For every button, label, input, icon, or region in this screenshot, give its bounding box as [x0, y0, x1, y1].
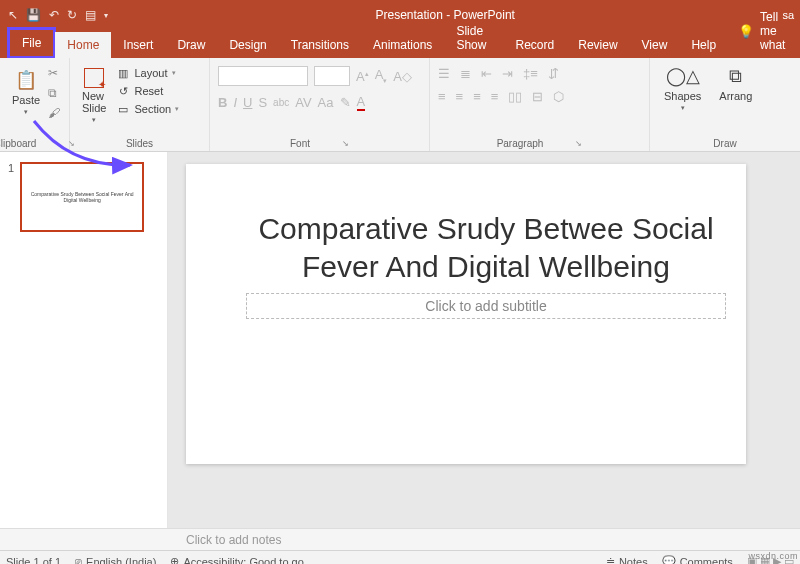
- undo-icon[interactable]: ↶: [49, 8, 59, 22]
- redo-icon[interactable]: ↻: [67, 8, 77, 22]
- slide-subtitle-placeholder[interactable]: Click to add subtitle: [246, 293, 726, 319]
- shapes-button[interactable]: ◯△ Shapes ▾: [660, 62, 705, 114]
- arrange-label: Arrang: [719, 90, 752, 102]
- layout-icon: ▥: [116, 66, 130, 80]
- slides-group-label: Slides: [126, 138, 153, 149]
- ribbon-toolbar: 📋 Paste ▾ ✂ ⧉ 🖌 Clipboard↘ ✦ New Slide ▾…: [0, 58, 800, 152]
- thumb-number: 1: [8, 162, 14, 232]
- arrange-button[interactable]: ⧉ Arrang: [715, 62, 756, 114]
- slide[interactable]: Comparative Srudy Betwee Social Fever An…: [186, 164, 746, 464]
- cut-icon[interactable]: ✂: [48, 66, 60, 80]
- tab-file[interactable]: File: [8, 28, 55, 58]
- cursor-icon: ↖: [8, 8, 18, 22]
- italic-button[interactable]: I: [233, 95, 237, 110]
- group-clipboard: 📋 Paste ▾ ✂ ⧉ 🖌 Clipboard↘: [0, 58, 70, 151]
- paste-label: Paste: [12, 94, 40, 106]
- shadow-button[interactable]: abc: [273, 97, 289, 108]
- notes-icon: ≐: [606, 555, 615, 564]
- bold-button[interactable]: B: [218, 95, 227, 110]
- slide-title-placeholder[interactable]: Comparative Srudy Betwee Social Fever An…: [246, 210, 726, 285]
- drawing-group-label: Draw: [713, 138, 736, 149]
- align-center-button[interactable]: ≡: [456, 89, 464, 104]
- new-slide-label: New Slide: [82, 90, 106, 114]
- smartart-button[interactable]: ⬡: [553, 89, 564, 104]
- comments-button[interactable]: 💬Comments: [662, 555, 733, 564]
- tab-view[interactable]: View: [630, 32, 680, 58]
- tab-review[interactable]: Review: [566, 32, 629, 58]
- layout-button[interactable]: ▥Layout▾: [116, 66, 179, 80]
- change-case-button[interactable]: Aa: [318, 95, 334, 110]
- bullets-button[interactable]: ☰: [438, 66, 450, 81]
- section-button[interactable]: ▭Section▾: [116, 102, 179, 116]
- text-direction-button[interactable]: ⇵: [548, 66, 559, 81]
- clear-format-icon[interactable]: A◇: [393, 69, 412, 84]
- decrease-font-icon[interactable]: A▾: [375, 67, 388, 85]
- notes-pane[interactable]: Click to add notes: [0, 528, 800, 550]
- copy-icon[interactable]: ⧉: [48, 86, 60, 100]
- tab-slideshow[interactable]: Slide Show: [444, 18, 503, 58]
- new-slide-button[interactable]: ✦ New Slide ▾: [78, 66, 110, 126]
- align-text-button[interactable]: ⊟: [532, 89, 543, 104]
- strikethrough-button[interactable]: S: [258, 95, 267, 110]
- align-left-button[interactable]: ≡: [438, 89, 446, 104]
- increase-indent-button[interactable]: ⇥: [502, 66, 513, 81]
- title-bar: ↖ 💾 ↶ ↻ ▤ ▾ Presentation - PowerPoint sa: [0, 0, 800, 30]
- tab-design[interactable]: Design: [217, 32, 278, 58]
- slide-counter[interactable]: Slide 1 of 1: [6, 556, 61, 565]
- qat-dropdown-icon[interactable]: ▾: [104, 11, 108, 20]
- section-icon: ▭: [116, 102, 130, 116]
- decrease-indent-button[interactable]: ⇤: [481, 66, 492, 81]
- chevron-down-icon: ▾: [92, 116, 96, 124]
- tab-insert[interactable]: Insert: [111, 32, 165, 58]
- font-size-input[interactable]: [314, 66, 350, 86]
- watermark: wsxdn.com: [748, 551, 798, 561]
- thumb-title: Comparative Srudy Between Social Fever A…: [28, 191, 136, 203]
- slide-thumbnails-pane[interactable]: 1 Comparative Srudy Between Social Fever…: [0, 152, 168, 528]
- save-icon[interactable]: 💾: [26, 8, 41, 22]
- comment-icon: 💬: [662, 555, 676, 564]
- line-spacing-button[interactable]: ‡≡: [523, 66, 538, 81]
- slide-canvas-area[interactable]: Comparative Srudy Betwee Social Fever An…: [168, 152, 800, 528]
- lightbulb-icon: 💡: [738, 24, 754, 39]
- justify-button[interactable]: ≡: [491, 89, 499, 104]
- tell-me-search[interactable]: 💡 Tell me what: [728, 4, 800, 58]
- underline-button[interactable]: U: [243, 95, 252, 110]
- globe-icon: ⎚: [75, 556, 82, 565]
- workspace: 1 Comparative Srudy Between Social Fever…: [0, 152, 800, 528]
- new-slide-icon: ✦: [84, 68, 104, 88]
- reset-icon: ↺: [116, 84, 130, 98]
- paste-button[interactable]: 📋 Paste ▾: [8, 66, 44, 118]
- chevron-down-icon: ▾: [24, 108, 28, 116]
- shapes-icon: ◯△: [671, 64, 695, 88]
- tab-home[interactable]: Home: [55, 32, 111, 58]
- font-group-label: Font: [290, 138, 310, 149]
- align-right-button[interactable]: ≡: [473, 89, 481, 104]
- status-bar: Slide 1 of 1 ⎚English (India) ⊕Accessibi…: [0, 550, 800, 564]
- columns-button[interactable]: ▯▯: [508, 89, 522, 104]
- reset-button[interactable]: ↺Reset: [116, 84, 179, 98]
- format-painter-icon[interactable]: 🖌: [48, 106, 60, 120]
- accessibility-button[interactable]: ⊕Accessibility: Good to go: [170, 555, 303, 564]
- tab-transitions[interactable]: Transitions: [279, 32, 361, 58]
- tab-help[interactable]: Help: [679, 32, 728, 58]
- arrange-icon: ⧉: [724, 64, 748, 88]
- char-spacing-button[interactable]: AV: [295, 95, 311, 110]
- tab-record[interactable]: Record: [504, 32, 567, 58]
- increase-font-icon[interactable]: A▴: [356, 69, 369, 84]
- ribbon-tabs: File Home Insert Draw Design Transitions…: [0, 30, 800, 58]
- font-name-input[interactable]: [218, 66, 308, 86]
- highlight-icon[interactable]: ✎: [340, 95, 351, 110]
- numbering-button[interactable]: ≣: [460, 66, 471, 81]
- slide-thumbnail-1[interactable]: Comparative Srudy Between Social Fever A…: [20, 162, 144, 232]
- tab-animations[interactable]: Animations: [361, 32, 444, 58]
- paragraph-group-label: Paragraph: [497, 138, 544, 149]
- font-color-button[interactable]: A: [357, 94, 366, 111]
- group-slides: ✦ New Slide ▾ ▥Layout▾ ↺Reset ▭Section▾ …: [70, 58, 210, 151]
- group-drawing: ◯△ Shapes ▾ ⧉ Arrang Draw: [650, 58, 800, 151]
- tab-draw[interactable]: Draw: [165, 32, 217, 58]
- start-from-beginning-icon[interactable]: ▤: [85, 8, 96, 22]
- dialog-launcher-icon[interactable]: ↘: [342, 139, 349, 148]
- language-button[interactable]: ⎚English (India): [75, 556, 156, 565]
- dialog-launcher-icon[interactable]: ↘: [575, 139, 582, 148]
- notes-toggle[interactable]: ≐Notes: [606, 555, 648, 564]
